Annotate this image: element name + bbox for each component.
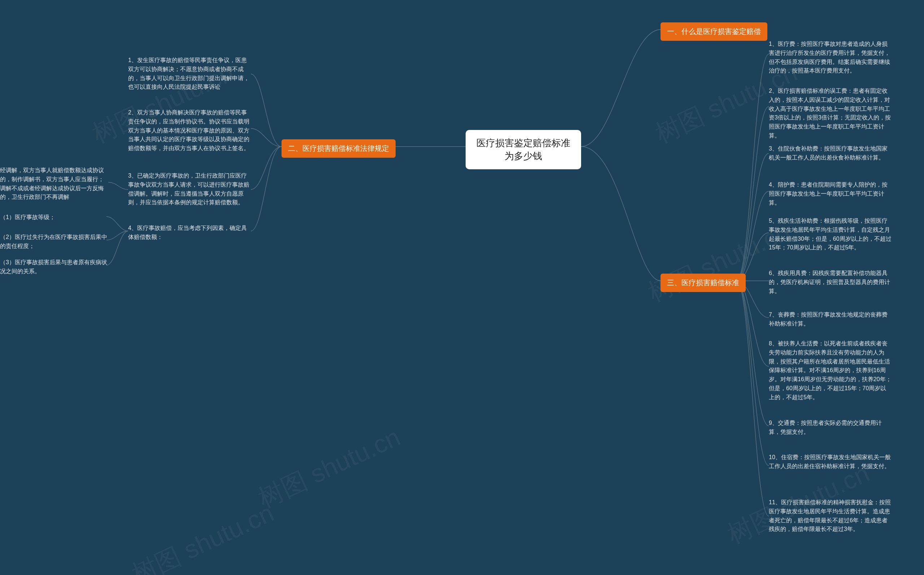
section-1[interactable]: 一、什么是医疗损害鉴定赔偿 [660, 22, 767, 41]
s3-item-6: 6、残疾用具费：因残疾需要配置补偿功能器具的，凭医疗机构证明，按照普及型器具的费… [769, 269, 892, 295]
s3-item-3: 3、住院伙食补助费：按照医疗事故发生地国家机关一般工作人员的出差伙食补助标准计算… [769, 145, 892, 162]
s2-item-4c: （3）医疗事故损害后果与患者原有疾病状况之间的关系。 [0, 258, 108, 276]
s2-item-3: 3、已确定为医疗事故的，卫生行政部门应医疗事故争议双方当事人请求，可以进行医疗事… [128, 172, 251, 207]
center-node[interactable]: 医疗损害鉴定赔偿标准为多少钱 [465, 130, 581, 169]
s3-item-10: 10、住宿费：按照医疗事故发生地国家机关一般工作人员的出差住宿补助标准计算，凭据… [769, 453, 892, 471]
s3-item-8: 8、被扶养人生活费：以死者生前或者残疾者丧失劳动能力前实际扶养且没有劳动能力的人… [769, 339, 892, 402]
s2-item-1: 1、发生医疗事故的赔偿等民事责任争议，医患双方可以协商解决；不愿意协商或者协商不… [128, 56, 251, 92]
watermark-5: 树图 shutu.cn [252, 421, 406, 516]
s3-item-7: 7、丧葬费：按照医疗事故发生地规定的丧葬费补助标准计算。 [769, 310, 892, 329]
s2-item-4b: （2）医疗过失行为在医疗事故损害后果中的责任程度； [0, 233, 108, 251]
s2-item-2: 2、双方当事人协商解决医疗事故的赔偿等民事责任争议的，应当制作协议书。协议书应当… [128, 108, 251, 153]
s3-item-11: 11、医疗损害赔偿标准的精神损害抚慰金：按照医疗事故发生地居民年平均生活费计算。… [769, 498, 892, 534]
s3-item-2: 2、医疗损害赔偿标准的误工费：患者有固定收入的，按照本人因误工减少的固定收入计算… [769, 87, 892, 140]
section-3[interactable]: 三、医疗损害赔偿标准 [660, 273, 746, 292]
s3-item-1: 1、医疗费：按照医疗事故对患者造成的人身损害进行治疗所发生的医疗费用计算，凭据支… [769, 40, 892, 75]
s2-item-4: 4、医疗事故赔偿，应当考虑下列因素，确定具体赔偿数额： [128, 224, 251, 242]
s2-item-3-sub: 经调解，双方当事人就赔偿数额达成协议的，制作调解书，双方当事人应当履行；调解不成… [0, 166, 108, 202]
s3-item-4: 4、陪护费：患者住院期间需要专人陪护的，按照医疗事故发生地上一年度职工年平均工资… [769, 181, 892, 207]
s3-item-5: 5、残疾生活补助费：根据伤残等级，按照医疗事故发生地居民年平均生活费计算，自定残… [769, 216, 892, 252]
s2-item-4a: （1）医疗事故等级； [0, 213, 108, 222]
section-2[interactable]: 二、医疗损害赔偿标准法律规定 [281, 139, 395, 158]
watermark-4: 树图 shutu.cn [126, 496, 279, 575]
s3-item-9: 9、交通费：按照患者实际必需的交通费用计算，凭据支付。 [769, 419, 892, 437]
